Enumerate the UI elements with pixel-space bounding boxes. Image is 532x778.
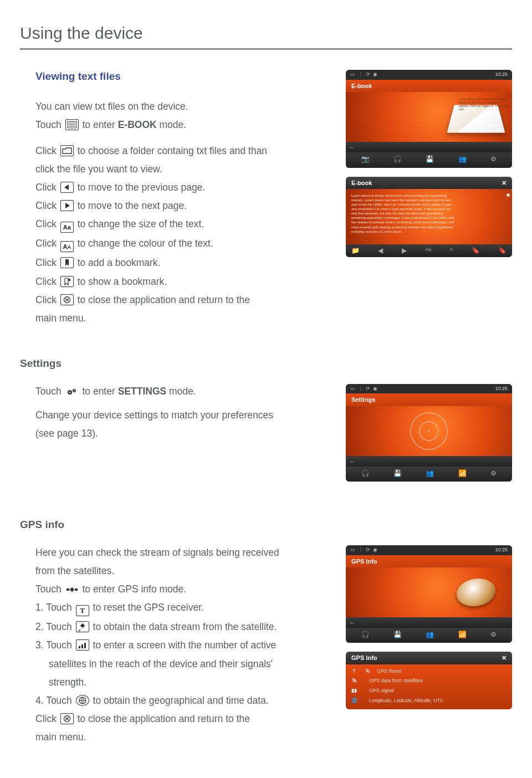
t: to move to the next page.: [78, 200, 187, 211]
t: mode.: [166, 386, 196, 397]
settings-mode-label: SETTINGS: [118, 386, 167, 397]
t: to reset the GPS receiver.: [93, 602, 204, 613]
gps-row-label: GPS data from satellites: [369, 678, 423, 684]
prev-icon: [60, 182, 74, 193]
t: to obtain the geographical and time data…: [93, 695, 269, 706]
panel-title: GPS Info: [351, 557, 377, 565]
close-line-1: Click to close the application and retur…: [35, 293, 330, 308]
settings-body-2: (see page 13).: [35, 426, 330, 441]
t: Touch: [35, 386, 64, 397]
t: Click: [35, 200, 59, 211]
svg-rect-15: [66, 588, 69, 591]
svg-point-13: [74, 390, 75, 391]
prev-line: Click to move to the previous page.: [35, 180, 330, 195]
viewing-heading: Viewing text files: [35, 70, 330, 84]
ebook-icon: [65, 119, 79, 130]
t: Click: [35, 182, 59, 193]
panel-title: GPS Info: [351, 654, 377, 662]
next-line: Click to move to the next page.: [35, 198, 330, 213]
text-size-icon: Aa: [60, 222, 74, 233]
t: 1. Touch: [35, 602, 75, 613]
ebook-reader-screenshot: E-book✕ Lorem ipsum is simply dummy text…: [346, 177, 512, 258]
t: Click: [35, 257, 59, 268]
show-bookmark-line: Click to show a bookmark.: [35, 274, 330, 289]
t: mode.: [157, 119, 187, 130]
t: to choose a folder containg txt files an…: [78, 145, 267, 156]
svg-line-18: [79, 629, 80, 631]
gps-row-label: Longitude, Latitude, Altitude, UTC: [369, 698, 444, 704]
signal-bars-icon: [76, 639, 89, 651]
settings-screenshot: ▭⋮⟳◉ 10:25 Settings ← 🎧💾👥📶⚙: [346, 384, 512, 482]
close-icon: [60, 294, 74, 305]
svg-rect-21: [84, 643, 86, 648]
ebook-home-screenshot: ▭⋮⟳◉ 10:25 E-book Lorem ipsum dolor sit …: [346, 70, 512, 168]
reset-icon: T: [76, 605, 89, 616]
t: to enter GPS info mode.: [82, 584, 186, 595]
gps-step-3b: satellites in the reach of the device an…: [35, 657, 330, 672]
t: Touch: [35, 119, 64, 130]
gps-row-label: GPS Reset: [377, 668, 402, 675]
gps-touch-line: Touch to enter GPS info mode.: [35, 582, 330, 597]
t: to enter a screen with the number of act…: [93, 639, 277, 651]
bookmark-show-icon: [60, 276, 74, 287]
page-title: Using the device: [20, 22, 512, 44]
t: to show a bookmark.: [78, 276, 167, 287]
t: to change the size of the text.: [78, 218, 204, 229]
close-icon: [60, 713, 74, 724]
svg-rect-17: [80, 623, 84, 628]
t: to move to the previous page.: [78, 182, 206, 193]
svg-point-11: [69, 391, 70, 393]
gps-step-3c: strength.: [35, 675, 330, 690]
t: to add a bookmark.: [78, 257, 161, 268]
bookmark-add-icon: [60, 257, 74, 268]
t: Click: [35, 276, 59, 287]
folder-icon: [60, 145, 74, 156]
settings-heading: Settings: [20, 357, 512, 371]
gpsinfo-home-screenshot: ▭⋮⟳◉ 10:25 GPS Info ← 🎧💾👥📶⚙: [346, 545, 512, 643]
title-divider: [20, 48, 512, 50]
settings-gears-icon: [65, 387, 79, 397]
gpsinfo-panel-screenshot: GPS Info✕ T🛰GPS Reset 🛰GPS data from sat…: [346, 652, 512, 709]
folder-line-2: click the file you want to view.: [35, 162, 330, 177]
size-line: Click Aa to change the size of the text.: [35, 217, 330, 233]
folder-line-1: Click to choose a folder containg txt fi…: [35, 144, 330, 158]
gps-close-2: main menu.: [35, 730, 330, 745]
t: Click: [35, 294, 59, 305]
ebook-touch-line: Touch to enter E-BOOK mode.: [35, 117, 330, 132]
svg-marker-5: [65, 203, 70, 208]
panel-title: Settings: [351, 396, 375, 403]
gps-step-2: 2. Touch to obtain the data stream from …: [35, 620, 330, 634]
t: 3. Touch: [35, 639, 75, 651]
gps-step-4: 4. Touch to obtain the geographical and …: [35, 693, 330, 708]
viewing-intro: You can view txt files on the device.: [35, 99, 330, 114]
colour-line: Click AA to change the colour of the tex…: [35, 236, 330, 252]
panel-title: E-book: [351, 179, 372, 187]
add-bookmark-line: Click to add a bookmark.: [35, 255, 330, 270]
t: to obtain the data stream from the satel…: [93, 621, 277, 632]
status-time: 10:25: [495, 71, 508, 78]
t: to change the colour of the text.: [78, 238, 213, 249]
svg-rect-14: [69, 587, 74, 592]
next-icon: [60, 200, 74, 211]
t: Click: [35, 238, 59, 249]
panel-title: E-book: [351, 82, 372, 90]
svg-marker-4: [64, 185, 69, 190]
text-colour-icon: AA: [60, 241, 74, 252]
status-time: 10:25: [495, 547, 508, 554]
gps-step-1: 1. Touch T to reset the GPS receiver.: [35, 600, 330, 616]
ebook-mode-label: E-BOOK: [118, 119, 157, 130]
gps-close-1: Click to close the application and retur…: [35, 712, 330, 726]
geo-icon: [76, 695, 89, 706]
status-time: 10:25: [495, 386, 508, 392]
close-line-2: main menu.: [35, 311, 330, 326]
t: 2. Touch: [35, 621, 75, 632]
t: Click: [35, 145, 59, 156]
t: Touch: [35, 584, 64, 595]
gps-intro-1: Here you can check the stream of signals…: [35, 545, 330, 560]
t: to enter: [82, 119, 117, 130]
t: Click: [35, 713, 59, 724]
svg-rect-20: [81, 644, 83, 648]
t: to enter: [82, 386, 117, 397]
svg-rect-19: [79, 646, 80, 648]
t: to close the application and return to t…: [78, 713, 250, 724]
